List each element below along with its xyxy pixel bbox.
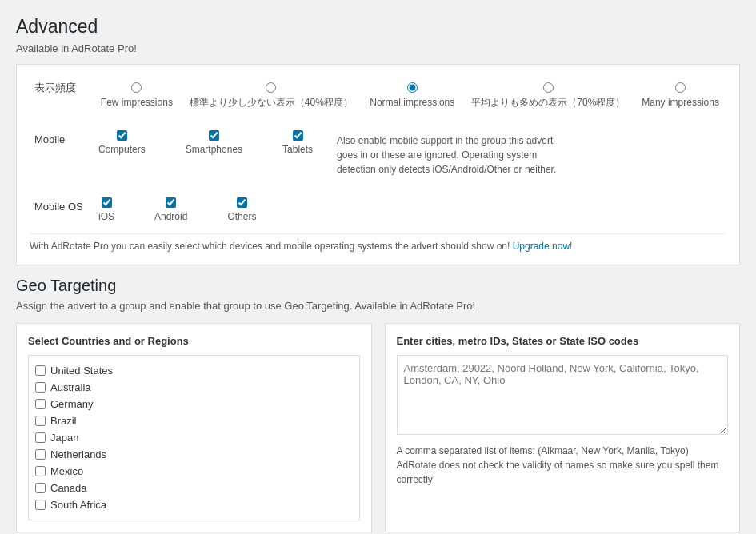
geo-columns: Select Countries and or Regions United S… xyxy=(16,323,740,532)
checkbox-au[interactable] xyxy=(35,382,46,393)
radio-cell-more xyxy=(462,78,635,97)
advanced-heading: Advanced xyxy=(16,16,740,38)
list-item: United States xyxy=(35,362,353,379)
country-ca: Canada xyxy=(50,482,87,494)
cities-heading: Enter cities, metro IDs, States or State… xyxy=(397,335,729,347)
geo-note: Assign the advert to a group and enable … xyxy=(16,300,740,312)
radio-many[interactable] xyxy=(675,82,686,93)
country-jp: Japan xyxy=(50,432,78,444)
checkbox-others-input[interactable] xyxy=(237,197,247,208)
checkbox-computers-label: Computers xyxy=(98,144,146,155)
country-br: Brazil xyxy=(50,415,77,427)
country-list: United States Australia Germany Brazil J… xyxy=(28,355,360,520)
checkbox-za[interactable] xyxy=(35,500,46,510)
geo-countries-box: Select Countries and or Regions United S… xyxy=(16,323,372,532)
checkbox-tablets: Tablets xyxy=(282,130,313,155)
list-item: Australia xyxy=(35,379,353,396)
promo-text: With AdRotate Pro you can easily select … xyxy=(30,241,510,252)
page-container: Advanced Available in AdRotate Pro! 表示頻度 xyxy=(16,16,740,532)
radio-normal[interactable] xyxy=(407,82,418,93)
mobile-section: Mobile Computers Smartphones xyxy=(34,130,722,177)
label-normal: Normal impressions xyxy=(362,97,462,113)
label-less: 標準より少し少ない表示（40%程度） xyxy=(180,97,362,113)
checkbox-tablets-input[interactable] xyxy=(293,130,303,141)
geo-heading: Geo Targeting xyxy=(16,277,740,295)
country-za: South Africa xyxy=(50,499,106,511)
checkbox-de[interactable] xyxy=(35,399,46,409)
countries-heading: Select Countries and or Regions xyxy=(28,335,360,347)
checkbox-android-input[interactable] xyxy=(166,197,176,208)
checkbox-ios-label: iOS xyxy=(98,211,114,222)
list-item: Canada xyxy=(35,480,353,496)
available-note: Available in AdRotate Pro! xyxy=(16,42,740,54)
list-item: South Africa xyxy=(35,496,353,513)
cities-textarea[interactable] xyxy=(397,355,729,435)
impressions-label: 表示頻度 xyxy=(30,78,94,97)
radio-cell-few xyxy=(94,78,180,97)
checkbox-others: Others xyxy=(227,197,256,222)
mobile-label: Mobile xyxy=(34,130,98,145)
list-item: Germany xyxy=(35,396,353,412)
mobile-os-checkboxes: iOS Android Others xyxy=(98,197,256,222)
checkbox-tablets-label: Tablets xyxy=(282,144,313,155)
list-item: Japan xyxy=(35,429,353,446)
radio-cell-normal xyxy=(362,78,462,97)
list-item: Brazil xyxy=(35,412,353,429)
checkbox-ios: iOS xyxy=(98,197,114,222)
country-nl: Netherlands xyxy=(50,448,106,460)
radio-cell-less xyxy=(180,78,362,97)
impressions-table: 表示頻度 Few impressions xyxy=(30,78,726,225)
radio-less[interactable] xyxy=(266,82,276,93)
list-item: Netherlands xyxy=(35,446,353,463)
checkbox-us[interactable] xyxy=(35,365,46,376)
checkbox-jp[interactable] xyxy=(35,432,46,443)
list-item: Mexico xyxy=(35,463,353,480)
cities-note: A comma separated list of items: (Alkmaa… xyxy=(397,444,729,487)
checkbox-br[interactable] xyxy=(35,416,46,426)
mobile-os-label: Mobile OS xyxy=(34,197,98,213)
checkbox-ca[interactable] xyxy=(35,483,46,493)
promo-note: With AdRotate Pro you can easily select … xyxy=(30,233,726,252)
radio-few[interactable] xyxy=(131,82,142,93)
checkbox-mx[interactable] xyxy=(35,466,46,476)
mobile-checkboxes: Computers Smartphones Tablets xyxy=(98,130,313,155)
country-us: United States xyxy=(50,365,113,377)
checkbox-computers: Computers xyxy=(98,130,146,155)
country-de: Germany xyxy=(50,398,93,410)
mobile-os-section: Mobile OS iOS Android xyxy=(34,197,722,222)
checkbox-nl[interactable] xyxy=(35,449,46,460)
checkbox-ios-input[interactable] xyxy=(102,197,112,208)
advanced-settings-box: 表示頻度 Few impressions xyxy=(16,64,740,265)
geo-cities-box: Enter cities, metro IDs, States or State… xyxy=(385,323,741,532)
label-few: Few impressions xyxy=(94,97,180,113)
checkbox-android-label: Android xyxy=(154,211,187,222)
checkbox-computers-input[interactable] xyxy=(117,130,127,141)
country-mx: Mexico xyxy=(50,465,83,477)
checkbox-smartphones-input[interactable] xyxy=(209,130,219,141)
radio-more[interactable] xyxy=(543,82,554,93)
mobile-info: Also enable mobile support in the group … xyxy=(337,130,561,177)
checkbox-others-label: Others xyxy=(227,211,256,222)
radio-cell-many xyxy=(634,78,726,97)
label-more: 平均よりも多めの表示（70%程度） xyxy=(462,97,635,113)
checkbox-android: Android xyxy=(154,197,187,222)
upgrade-link[interactable]: Upgrade now xyxy=(513,241,570,252)
checkbox-smartphones-label: Smartphones xyxy=(186,144,242,155)
country-au: Australia xyxy=(50,381,91,393)
checkbox-smartphones: Smartphones xyxy=(186,130,242,155)
label-many: Many impressions xyxy=(634,97,726,113)
